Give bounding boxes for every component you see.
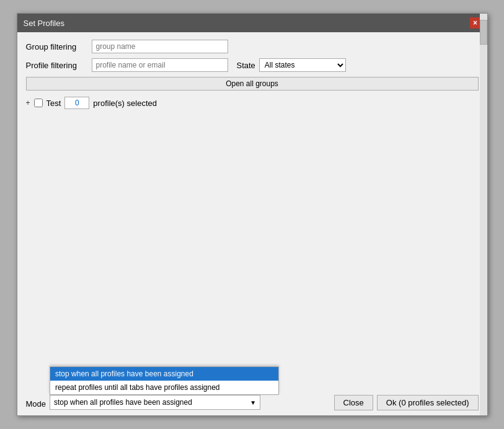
group-filtering-input[interactable] [92, 40, 228, 53]
scrollbar-thumb[interactable] [480, 20, 487, 45]
expand-button[interactable]: + [26, 99, 30, 107]
mode-dropdown-arrow-icon: ▼ [250, 399, 256, 406]
group-row: + Test profile(s) selected [26, 97, 479, 109]
mode-select-display[interactable]: stop when all profiles have been assigne… [50, 395, 260, 410]
profile-filtering-input[interactable] [92, 58, 228, 72]
state-label: State [237, 61, 255, 70]
dialog-footer: Mode stop when all profiles have been as… [17, 390, 487, 415]
mode-option-stop[interactable]: stop when all profiles have been assigne… [50, 367, 278, 381]
dialog-title: Set Profiles [24, 19, 64, 28]
profile-filtering-label: Profile filtering [26, 61, 88, 70]
mode-label: Mode [26, 399, 46, 409]
content-area [26, 113, 479, 383]
dialog-body: Group filtering Profile filtering State … [17, 32, 487, 390]
profiles-selected-text: profile(s) selected [93, 99, 157, 108]
group-filtering-row: Group filtering [26, 40, 479, 53]
open-all-groups-button[interactable]: Open all groups [26, 77, 479, 91]
group-filtering-label: Group filtering [26, 42, 88, 51]
title-bar: Set Profiles × [17, 14, 487, 32]
footer-buttons: Close Ok (0 profiles selected) [334, 395, 479, 410]
mode-selected-value: stop when all profiles have been assigne… [54, 398, 192, 407]
group-checkbox[interactable] [34, 99, 43, 107]
state-select[interactable]: All states Active Inactive [259, 58, 346, 72]
mode-option-repeat[interactable]: repeat profiles until all tabs have prof… [50, 381, 278, 394]
profile-filtering-row: Profile filtering State All states Activ… [26, 58, 479, 72]
mode-dropdown-popup: stop when all profiles have been assigne… [50, 366, 279, 395]
group-count-input[interactable] [64, 97, 89, 109]
ok-button[interactable]: Ok (0 profiles selected) [377, 395, 479, 410]
close-button[interactable]: Close [334, 395, 373, 410]
group-name: Test [46, 99, 61, 108]
mode-row: Mode stop when all profiles have been as… [26, 395, 261, 410]
mode-select-wrapper: stop when all profiles have been assigne… [50, 395, 260, 410]
scrollbar-track[interactable] [480, 14, 487, 415]
set-profiles-dialog: Set Profiles × Group filtering Profile f… [17, 13, 488, 416]
